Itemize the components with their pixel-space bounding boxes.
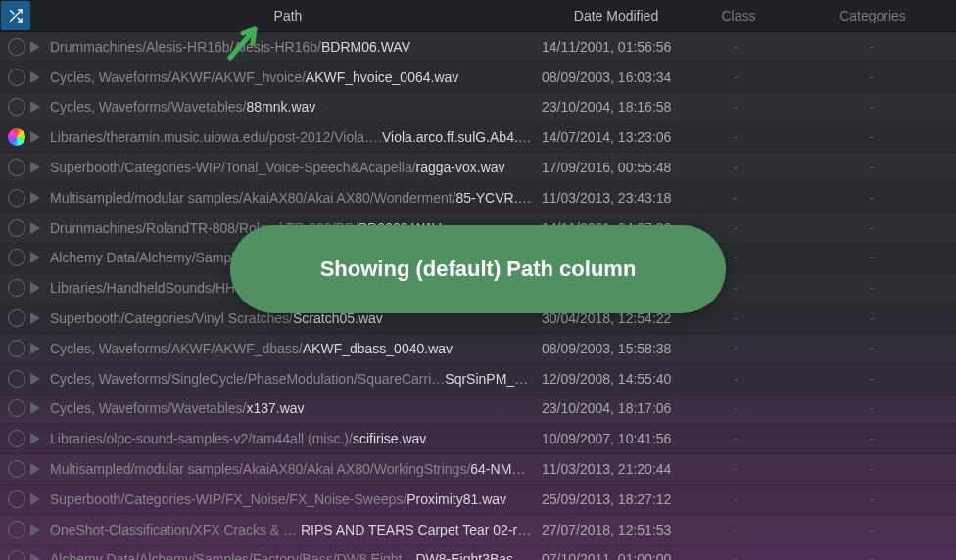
row-path: Superbooth/Categories-WIP/Tonal_Voice-Sp…	[50, 160, 542, 175]
play-icon[interactable]	[30, 101, 40, 113]
row-color-circle[interactable]	[8, 69, 25, 86]
table-row[interactable]: Multisampled/modular samples/AkaiAX80/Ak…	[0, 454, 956, 485]
row-path-directory: Drummachines/Alesis-HR16b/Alesis-HR16b/	[50, 39, 321, 55]
row-date: 27/07/2018, 12:51:53	[542, 522, 685, 537]
play-icon[interactable]	[30, 222, 40, 234]
row-path-filename: x137.wav	[246, 400, 304, 416]
row-date: 11/03/2013, 23:43:18	[542, 190, 685, 206]
row-path-directory: Alchemy Data/Alchemy/Samples/Factory/Bas…	[50, 551, 415, 560]
play-icon[interactable]	[30, 463, 40, 475]
row-class: -	[685, 129, 787, 145]
row-categories: -	[787, 250, 956, 265]
row-path: Cycles, Waveforms/AKWF/AKWF_dbass/AKWF_d…	[50, 341, 542, 356]
table-row[interactable]: Superbooth/Categories-WIP/Tonal_Voice-Sp…	[0, 153, 956, 183]
table-row[interactable]: Cycles, Waveforms/Wavetables/88mnk.wav23…	[0, 93, 956, 123]
row-color-circle[interactable]	[8, 159, 25, 176]
table-row[interactable]: Cycles, Waveforms/Wavetables/x137.wav23/…	[0, 395, 956, 425]
play-icon[interactable]	[30, 71, 40, 83]
column-header-date[interactable]: Date Modified	[545, 8, 688, 23]
row-path-filename: Proximity81.wav	[406, 491, 506, 507]
row-class: -	[685, 70, 787, 85]
row-categories: -	[787, 491, 956, 507]
column-header-path[interactable]: Path	[31, 8, 545, 23]
row-path-filename: ragga-vox.wav	[416, 160, 505, 175]
play-icon[interactable]	[30, 282, 40, 294]
play-icon[interactable]	[30, 402, 40, 414]
row-color-circle[interactable]	[8, 460, 25, 478]
shuffle-button[interactable]	[1, 1, 30, 30]
table-row[interactable]: Superbooth/Categories-WIP/FX_Noise/FX_No…	[0, 485, 956, 515]
row-color-circle[interactable]	[8, 219, 25, 237]
play-icon[interactable]	[30, 192, 40, 204]
row-color-circle[interactable]	[8, 189, 25, 207]
row-color-circle[interactable]	[8, 490, 25, 508]
row-color-circle[interactable]	[8, 340, 25, 357]
row-date: 23/10/2004, 18:17:06	[542, 400, 685, 416]
table-row[interactable]: Libraries/olpc-sound-samples-v2/tam44all…	[0, 424, 956, 454]
play-icon[interactable]	[30, 343, 40, 354]
table-row[interactable]: Cycles, Waveforms/AKWF/AKWF_hvoice/AKWF_…	[0, 63, 956, 93]
row-color-circle[interactable]	[8, 279, 25, 297]
play-icon[interactable]	[30, 131, 40, 143]
play-icon[interactable]	[30, 433, 40, 444]
row-color-circle[interactable]	[8, 249, 25, 266]
row-date: 08/09/2003, 16:03:34	[542, 70, 685, 85]
row-date: 17/09/2016, 00:55:48	[542, 160, 685, 175]
row-color-circle[interactable]	[8, 370, 25, 388]
row-color-circle[interactable]	[8, 309, 25, 327]
row-class: -	[685, 461, 787, 477]
row-path: Libraries/olpc-sound-samples-v2/tam44all…	[50, 431, 542, 446]
column-header-categories[interactable]: Categories	[789, 8, 956, 23]
row-class: -	[685, 310, 787, 326]
row-color-circle[interactable]	[8, 38, 25, 56]
table-row[interactable]: Cycles, Waveforms/AKWF/AKWF_dbass/AKWF_d…	[0, 334, 956, 364]
row-class: -	[685, 491, 787, 507]
row-path: Cycles, Waveforms/AKWF/AKWF_hvoice/AKWF_…	[50, 70, 542, 85]
play-icon[interactable]	[30, 252, 40, 263]
column-header-class[interactable]: Class	[688, 8, 789, 23]
callout-tooltip: Showing (default) Path column	[230, 225, 726, 313]
row-color-circle[interactable]	[8, 399, 25, 417]
shuffle-icon	[8, 8, 24, 23]
row-path-directory: Multisampled/modular samples/AkaiAX80/Ak…	[50, 461, 470, 477]
row-path-directory: Superbooth/Categories-WIP/Tonal_Voice-Sp…	[50, 160, 416, 175]
row-color-circle[interactable]	[8, 98, 25, 116]
row-path-filename: 85-YCVR.aif	[456, 190, 533, 206]
table-row[interactable]: Alchemy Data/Alchemy/Samples/Factory/Bas…	[0, 545, 956, 560]
play-icon[interactable]	[30, 162, 40, 173]
row-class: -	[685, 190, 787, 206]
row-color-circle[interactable]	[8, 550, 25, 560]
table-row[interactable]: Cycles, Waveforms/SingleCycle/PhaseModul…	[0, 364, 956, 395]
row-path-filename: AKWF_dbass_0040.wav	[303, 341, 453, 356]
row-path-directory: Cycles, Waveforms/Wavetables/	[50, 400, 246, 416]
play-icon[interactable]	[30, 41, 40, 53]
table-row[interactable]: Multisampled/modular samples/AkaiAX80/Ak…	[0, 183, 956, 213]
row-categories: -	[787, 522, 956, 537]
play-icon[interactable]	[30, 312, 40, 324]
row-path: Libraries/theramin.music.uiowa.edu/post-…	[50, 129, 542, 145]
row-path-directory: Cycles, Waveforms/AKWF/AKWF_hvoice/	[50, 70, 306, 85]
row-path-filename: 64-NMZH.aif	[470, 461, 542, 477]
play-icon[interactable]	[30, 373, 40, 385]
play-icon[interactable]	[30, 524, 40, 536]
row-color-circle[interactable]	[8, 128, 25, 146]
row-class: -	[685, 341, 787, 356]
row-path-directory: Alchemy Data/Alchemy/Samples	[50, 250, 249, 265]
row-path: Cycles, Waveforms/Wavetables/x137.wav	[50, 400, 542, 416]
row-path-filename: 88mnk.wav	[246, 99, 315, 115]
table-row[interactable]: Drummachines/Alesis-HR16b/Alesis-HR16b/B…	[0, 32, 956, 63]
row-path-filename: AKWF_hvoice_0064.wav	[306, 70, 458, 85]
row-path-directory: Superbooth/Categories/Vinyl Scratches/	[50, 310, 293, 326]
play-icon[interactable]	[30, 493, 40, 505]
row-categories: -	[787, 431, 956, 446]
row-date: 07/10/2011, 01:00:00	[542, 551, 685, 560]
row-color-circle[interactable]	[8, 430, 25, 447]
table-row[interactable]: Libraries/theramin.music.uiowa.edu/post-…	[0, 122, 956, 153]
row-categories: -	[787, 70, 956, 85]
table-row[interactable]: OneShot-Classification/XFX Cracks & … RI…	[0, 515, 956, 545]
play-icon[interactable]	[30, 553, 40, 560]
row-path-directory: Libraries/olpc-sound-samples-v2/tam44all…	[50, 431, 353, 446]
row-path-directory: Libraries/HandheldSounds/HHS	[50, 280, 244, 296]
row-color-circle[interactable]	[8, 521, 25, 538]
row-path-filename: scifirise.wav	[353, 431, 426, 446]
